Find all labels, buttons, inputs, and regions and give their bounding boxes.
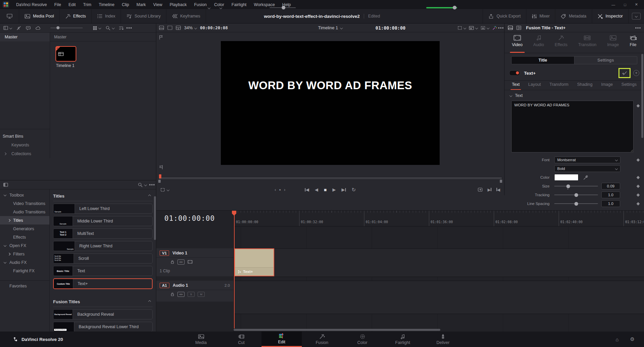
keyframe-diamond-icon[interactable] <box>637 104 640 108</box>
sound-library-button[interactable]: Sound Library <box>121 9 166 23</box>
annotation-icon[interactable] <box>26 26 31 30</box>
subtab-settings[interactable]: Settings <box>574 57 637 64</box>
page-tab-fairlight[interactable]: Fairlight <box>383 332 423 347</box>
panel-layout-icon[interactable] <box>3 183 8 187</box>
playhead-line[interactable] <box>234 211 235 328</box>
tab-effects[interactable]: Effects <box>555 35 567 53</box>
text-plus-tab[interactable]: Settings <box>621 82 637 90</box>
audio-track-badge[interactable]: A1 <box>160 283 169 288</box>
viewer-options-icon[interactable] <box>500 27 501 29</box>
proxy-quality-icon[interactable] <box>469 26 478 30</box>
multicam-view-icon[interactable] <box>176 26 181 30</box>
next-edit-icon[interactable]: ▶ <box>488 187 491 192</box>
text-section-header[interactable]: Text <box>505 90 644 100</box>
title-template-item[interactable]: Sample Right Lower Third <box>53 241 153 251</box>
eyedropper-icon[interactable] <box>583 175 588 180</box>
effects-button[interactable]: Effects <box>60 9 92 23</box>
quick-export-button[interactable]: Quick Export <box>483 9 526 23</box>
subtab-title[interactable]: Title <box>512 57 574 64</box>
add-keyframe-icon[interactable]: + <box>633 70 639 76</box>
play-button[interactable]: ▶ <box>332 187 336 192</box>
size-slider[interactable] <box>554 186 598 186</box>
go-to-start-button[interactable]: ◀ <box>305 187 309 192</box>
resolve-fx-wand-icon[interactable] <box>492 26 497 30</box>
keyframe-diamond-icon[interactable] <box>637 158 640 162</box>
search-icon[interactable] <box>138 182 147 187</box>
color-swatch[interactable] <box>554 174 578 181</box>
page-tab-edit[interactable]: Edit <box>261 332 302 347</box>
fusion-titles-section-header[interactable]: Fusion Titles <box>53 297 153 307</box>
dual-screen-icon[interactable] <box>0 14 19 19</box>
track-lock-icon[interactable] <box>170 260 174 264</box>
effects-tree-item[interactable]: Toolbox <box>0 191 49 199</box>
tab-transition[interactable]: Transition <box>578 35 596 53</box>
node-enable-toggle[interactable] <box>509 70 520 76</box>
go-to-end-button[interactable]: ▶ <box>341 187 346 192</box>
unlink-icon[interactable] <box>16 26 21 30</box>
timeline-clip-card[interactable]: ✓ Timeline 1 <box>55 46 78 68</box>
minimize-button[interactable]: — <box>611 3 615 7</box>
title-template-item[interactable]: Sample Left Lower Third <box>53 204 153 214</box>
effects-tree-item[interactable]: Open FX <box>0 241 49 250</box>
effects-tree-item[interactable]: Titles <box>0 216 49 224</box>
track-view-icon[interactable] <box>188 260 193 264</box>
title-template-item[interactable]: Text 1 Text 2 MultiText <box>53 229 153 239</box>
project-settings-gear-icon[interactable]: ⚙ <box>630 336 635 342</box>
tracking-value[interactable]: 1.0 <box>601 192 620 198</box>
text-plus-tab[interactable]: Transform <box>550 82 569 90</box>
font-weight-select[interactable]: Bold <box>554 165 620 172</box>
loop-button[interactable]: ↻ <box>352 187 356 193</box>
toolbar-overflow[interactable] <box>629 13 644 20</box>
effects-scrollbar[interactable] <box>154 196 156 240</box>
page-tab-media[interactable]: Media <box>181 332 221 347</box>
out-point-handle[interactable] <box>500 180 502 183</box>
effects-tree-item[interactable]: Favorites <box>0 280 49 290</box>
keyframe-diamond-icon[interactable] <box>637 184 640 188</box>
title-template-item[interactable]: Custom Title Text+ <box>53 278 153 289</box>
line-spacing-slider[interactable] <box>554 203 598 204</box>
project-manager-home-icon[interactable]: ⌂ <box>615 337 618 342</box>
menu-item[interactable]: DaVinci Resolve <box>12 0 50 9</box>
panel-layout-icon[interactable] <box>3 26 12 30</box>
match-frame-icon[interactable] <box>478 187 483 192</box>
cloud-icon[interactable] <box>35 26 40 30</box>
mark-flag-icon[interactable] <box>159 165 163 170</box>
video-track-lane[interactable] <box>234 248 644 277</box>
close-button[interactable]: ✕ <box>635 2 638 7</box>
inspector-options-icon[interactable] <box>637 27 639 29</box>
menu-item[interactable]: Trim <box>79 0 95 9</box>
keyframe-diamond-icon[interactable] <box>637 202 640 205</box>
tracking-slider[interactable] <box>554 195 598 195</box>
effects-tree-item[interactable]: Audio FX <box>0 258 49 267</box>
effects-tree-item[interactable]: Generators <box>0 224 49 233</box>
page-tab-deliver[interactable]: Deliver <box>423 332 463 347</box>
text-plus-tab[interactable]: Text <box>512 82 520 90</box>
tab-file[interactable]: File <box>630 35 637 53</box>
menu-item[interactable]: Timeline <box>95 0 118 9</box>
smart-bin-keywords[interactable]: Keywords <box>0 141 50 149</box>
effects-tree-item[interactable]: Audio Transitions <box>0 208 49 216</box>
video-track-header[interactable]: V1 Video 1 <> 1 Clip <box>156 248 233 276</box>
title-template-item[interactable]: Sample Middle Lower Third <box>53 216 153 226</box>
title-text-input[interactable] <box>511 101 634 152</box>
step-back-button[interactable]: ◀ <box>315 187 318 192</box>
menu-item[interactable]: File <box>50 0 65 9</box>
timeline-ruler[interactable]: 01:00:00:00 01:00:00:0001:00:32:0001:01:… <box>156 211 644 227</box>
thumbnail-size-slider[interactable] <box>50 28 83 28</box>
line-spacing-value[interactable]: 1.0 <box>601 200 620 207</box>
text-plus-tab[interactable]: Shading <box>577 82 593 90</box>
mute-button[interactable]: M <box>198 292 205 297</box>
clip-info-icon[interactable] <box>508 26 513 30</box>
video-track-badge[interactable]: V1 <box>160 250 169 256</box>
auto-select-icon[interactable]: <> <box>177 292 185 297</box>
magic-wand-icon[interactable] <box>621 70 628 76</box>
size-value[interactable]: 0.09 <box>601 183 620 189</box>
in-point-handle[interactable] <box>158 180 161 183</box>
keyframe-diamond-icon[interactable] <box>637 193 640 197</box>
file-info-icon[interactable] <box>516 26 521 30</box>
media-pool-options-icon[interactable] <box>128 27 130 29</box>
viewer-scrub-bar[interactable] <box>158 177 502 180</box>
tab-audio[interactable]: Audio <box>533 35 544 53</box>
viewer-playhead[interactable] <box>159 174 161 178</box>
smart-bin-collections[interactable]: Collections <box>0 149 50 158</box>
